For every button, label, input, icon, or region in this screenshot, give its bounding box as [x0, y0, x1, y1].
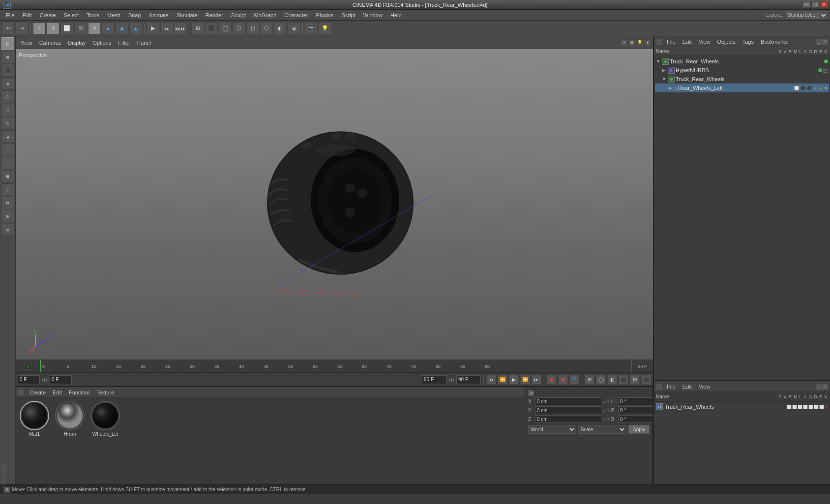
current-frame-field[interactable]: 0 F	[18, 375, 40, 384]
keyframe-half-button[interactable]: ◐	[607, 375, 617, 385]
menu-edit[interactable]: Edit	[19, 10, 36, 20]
obj-menu-objects[interactable]: Objects	[714, 38, 738, 46]
z-pos-input[interactable]	[535, 415, 601, 423]
mat-menu-create[interactable]: Create	[27, 389, 49, 396]
sweep-btn[interactable]: ◐	[274, 23, 287, 34]
vp-corner-plus[interactable]: +	[621, 39, 627, 46]
material-mat1[interactable]: Mat1	[19, 401, 50, 440]
vp-menu-cameras[interactable]: Cameras	[36, 39, 64, 47]
menu-sculpt[interactable]: Sculpt	[227, 10, 250, 20]
tool-model[interactable]: ▷	[1, 37, 14, 50]
menu-help[interactable]: Help	[386, 10, 406, 20]
tool-13[interactable]: ✿	[1, 196, 14, 209]
keyframe-add-button[interactable]: ⊞	[585, 375, 594, 385]
maximize-button[interactable]: □	[811, 1, 819, 8]
undo-button[interactable]: ↩	[2, 23, 15, 34]
obj-row-hypernurbs[interactable]: ▶ N HyperNURBS ✓	[655, 66, 829, 75]
menu-create[interactable]: Create	[36, 10, 60, 20]
material-hrom[interactable]: Hrom	[54, 401, 86, 440]
mat-menu-edit[interactable]: Edit	[50, 389, 65, 396]
triangle-btn[interactable]: ▲	[129, 23, 142, 34]
vp-menu-display[interactable]: Display	[65, 39, 89, 47]
tool-lock[interactable]: ⊗	[1, 210, 14, 223]
tool-11[interactable]: ⊞	[1, 170, 14, 183]
coord-system-dropdown[interactable]: World Object	[528, 425, 576, 434]
menu-character[interactable]: Character	[280, 10, 312, 20]
menu-plugins[interactable]: Plugins	[312, 10, 338, 20]
circle-btn[interactable]: ●	[102, 23, 115, 34]
cube-btn[interactable]: ⬛	[205, 23, 218, 34]
tool-6[interactable]: ⬡	[1, 104, 14, 116]
menu-file[interactable]: File	[2, 10, 19, 20]
move-tool-button[interactable]: ↖	[33, 23, 46, 34]
tool-9[interactable]: L	[1, 143, 14, 156]
obj-menu-edit[interactable]: Edit	[680, 38, 695, 46]
render-active-btn[interactable]: ⏭⏭	[174, 23, 187, 34]
attr-close-icon[interactable]: ✕	[825, 405, 828, 409]
vp-menu-options[interactable]: Options	[89, 39, 114, 47]
goto-start-button[interactable]: ⏮	[486, 375, 496, 385]
render-to-viewer-btn[interactable]: ⏭	[160, 23, 173, 34]
sphere-btn[interactable]: ◯	[219, 23, 232, 34]
keyframe-circle-button[interactable]: ◯	[596, 375, 606, 385]
attr-minimize[interactable]: _	[816, 384, 822, 390]
stop-record-button[interactable]: ⏹	[558, 375, 568, 385]
select-tool-button[interactable]: ✛	[47, 23, 59, 34]
y-pos-arrow[interactable]: ▲▼	[602, 408, 610, 413]
tool-polygon[interactable]: ⊞	[1, 51, 14, 63]
material-wheels[interactable]: Wheels_Lei	[89, 401, 121, 440]
menu-render[interactable]: Render	[202, 10, 227, 20]
minimize-button[interactable]: —	[802, 1, 810, 8]
tool-15[interactable]: ☰	[1, 223, 14, 236]
attr-menu-file[interactable]: File	[664, 383, 679, 391]
end-frame-field2[interactable]: 90 F	[456, 375, 481, 384]
record-button[interactable]: ⏺	[547, 375, 557, 385]
tool-8[interactable]: ⬙	[1, 130, 14, 143]
step-forward-button[interactable]: ⏩	[520, 375, 530, 385]
render-region-btn[interactable]: ▶	[147, 23, 159, 34]
redo-button[interactable]: ↪	[16, 23, 29, 34]
keyframe-square-button[interactable]: ⬛	[619, 375, 628, 385]
obj-manager-minimize[interactable]: _	[816, 39, 822, 45]
attr-menu-view[interactable]: View	[696, 383, 713, 391]
apply-button[interactable]: Apply	[628, 425, 650, 434]
menu-window[interactable]: Window	[359, 10, 386, 20]
obj-menu-bookmarks[interactable]: Bookmarks	[758, 38, 791, 46]
menu-animate[interactable]: Animate	[145, 10, 173, 20]
tool-point[interactable]: ◈	[1, 77, 14, 90]
layout-dropdown[interactable]: Startup (User)	[784, 11, 828, 20]
vp-menu-filter[interactable]: Filter	[115, 39, 133, 47]
camera-btn[interactable]: 📷	[305, 23, 318, 34]
preview-range-field[interactable]: 0 F	[50, 375, 72, 384]
menu-select[interactable]: Select	[60, 10, 83, 20]
keyframe-dots-button[interactable]: ⊞	[630, 375, 640, 385]
expand-truck-child[interactable]: ▼	[662, 77, 667, 82]
cylinder-btn[interactable]: ⬡	[233, 23, 245, 34]
mat-menu-function[interactable]: Function	[66, 389, 92, 396]
autokey-button[interactable]: ⬛	[641, 375, 651, 385]
mat-menu-texture[interactable]: Texture	[93, 389, 117, 396]
menu-script[interactable]: Script	[338, 10, 359, 20]
tool-12[interactable]: ⬡	[1, 183, 14, 196]
obj-manager-maximize[interactable]: □	[822, 39, 828, 45]
plane-btn[interactable]: ◻	[246, 23, 259, 34]
expand-hypernurbs[interactable]: ▶	[662, 68, 667, 73]
menu-tools[interactable]: Tools	[83, 10, 103, 20]
viewport-3d[interactable]: Perspective Z Y X	[16, 49, 653, 360]
menu-mesh[interactable]: Mesh	[103, 10, 124, 20]
y-pos-input[interactable]	[535, 406, 601, 414]
tool-edge[interactable]: ⬛	[1, 64, 14, 77]
timeline-ruler[interactable]: 0 5 10 15 20 25 30 35 40 45 50 55 60 65	[40, 360, 631, 372]
obj-menu-tags[interactable]: Tags	[740, 38, 757, 46]
obj-menu-file[interactable]: File	[664, 38, 679, 46]
z-pos-arrow[interactable]: ▲▼	[602, 417, 610, 421]
scale-tool-button[interactable]: ⬜	[60, 23, 73, 34]
x-pos-input[interactable]	[535, 397, 601, 405]
obj-row-truck-child[interactable]: ▼ ⊙ Truck_Rear_Wheels	[655, 75, 829, 84]
step-back-button[interactable]: ⏪	[498, 375, 507, 385]
light-btn[interactable]: 💡	[319, 23, 331, 34]
transform-mode-dropdown[interactable]: Scale Move Rotate	[578, 425, 626, 434]
tool-5[interactable]: ⬠	[1, 90, 14, 103]
expand-rear-wheels[interactable]: ▶	[669, 85, 674, 90]
goto-end-button[interactable]: ⏭	[532, 375, 541, 385]
